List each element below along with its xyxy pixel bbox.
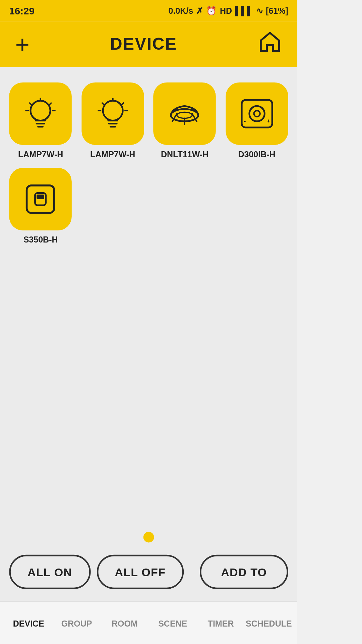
device-label-dnlt: DNLT11W-H	[161, 150, 208, 159]
nav-item-schedule[interactable]: SCHEDULE	[245, 612, 293, 634]
action-bar: ALL ON ALL OFF ADD TO	[0, 555, 297, 589]
switch-icon	[21, 179, 60, 219]
nav-item-device[interactable]: DEVICE	[5, 612, 53, 634]
downlight-icon	[165, 94, 204, 133]
nav-label-timer: TIMER	[208, 619, 234, 628]
device-item-lamp1[interactable]: LAMP7W-H	[9, 83, 72, 159]
status-icons: 0.0K/s ✗ ⏰ HD ▌▌▌ ∿ [61%]	[169, 6, 288, 16]
bluetooth-icon: ✗	[196, 6, 203, 16]
device-item-d300[interactable]: - + D300IB-H	[225, 83, 288, 159]
on-off-buttons: ALL ON ALL OFF	[9, 555, 184, 589]
svg-text:-: -	[244, 118, 245, 124]
svg-point-0	[31, 101, 51, 120]
bottom-navigation: DEVICE GROUP ROOM SCENE TIMER SCHEDULE	[0, 601, 297, 644]
svg-rect-11	[37, 195, 45, 199]
network-speed: 0.0K/s	[169, 6, 193, 15]
battery-icon: [61%]	[266, 6, 288, 15]
device-icon-box-d300: - +	[226, 83, 288, 145]
svg-point-3	[177, 112, 192, 118]
nav-label-schedule: SCHEDULE	[246, 619, 292, 628]
device-icon-box-s350	[9, 168, 72, 230]
bottom-section: ALL ON ALL OFF ADD TO	[0, 517, 297, 601]
device-item-lamp2[interactable]: LAMP7W-H	[81, 83, 144, 159]
device-icon-box-lamp2	[81, 83, 144, 145]
all-off-button[interactable]: ALL OFF	[97, 555, 184, 589]
device-icon-box-lamp1	[9, 83, 72, 145]
all-on-button[interactable]: ALL ON	[9, 555, 90, 589]
nav-item-scene[interactable]: SCENE	[149, 612, 197, 634]
device-label-s350: S350B-H	[23, 235, 58, 244]
device-item-s350[interactable]: S350B-H	[9, 168, 72, 244]
wifi-icon: ∿	[256, 6, 263, 16]
device-icon-box-dnlt	[154, 83, 216, 145]
nav-item-timer[interactable]: TIMER	[197, 612, 245, 634]
nav-label-device: DEVICE	[13, 619, 44, 628]
device-grid-row1: LAMP7W-H LAMP7W-H	[9, 83, 288, 159]
alarm-icon: ⏰	[206, 6, 217, 16]
svg-point-5	[249, 106, 264, 121]
page-indicator	[0, 532, 297, 543]
page-title: DEVICE	[110, 34, 177, 54]
nav-item-room[interactable]: ROOM	[101, 612, 148, 634]
status-bar: 16:29 0.0K/s ✗ ⏰ HD ▌▌▌ ∿ [61%]	[0, 0, 297, 21]
status-time: 16:29	[9, 5, 35, 16]
nav-item-group[interactable]: GROUP	[53, 612, 101, 634]
app-header: + DEVICE	[0, 21, 297, 67]
svg-text:+: +	[267, 118, 270, 124]
add-to-button[interactable]: ADD TO	[199, 555, 288, 589]
signal-icon: ▌▌▌	[235, 6, 253, 15]
add-device-button[interactable]: +	[15, 30, 29, 58]
device-grid-row2: S350B-H	[9, 168, 288, 244]
bulb-icon	[21, 94, 60, 133]
nav-label-group: GROUP	[61, 619, 92, 628]
main-content: LAMP7W-H LAMP7W-H	[0, 67, 297, 601]
device-label-lamp2: LAMP7W-H	[90, 150, 135, 159]
page-dot-active	[143, 532, 154, 543]
svg-point-6	[254, 111, 260, 117]
dimmer-icon: - +	[237, 94, 277, 133]
home-button[interactable]	[258, 30, 282, 59]
svg-point-1	[103, 101, 123, 120]
nav-label-room: ROOM	[112, 619, 138, 628]
nav-label-scene: SCENE	[158, 619, 187, 628]
hd-icon: HD	[220, 6, 232, 15]
device-label-d300: D300IB-H	[238, 150, 275, 159]
device-label-lamp1: LAMP7W-H	[18, 150, 63, 159]
bulb-icon-2	[93, 94, 132, 133]
device-item-dnlt[interactable]: DNLT11W-H	[153, 83, 216, 159]
